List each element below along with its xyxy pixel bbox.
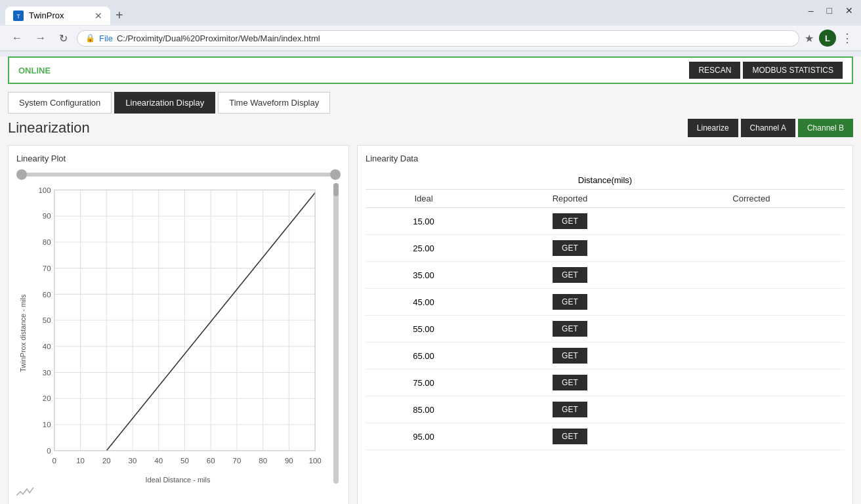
corrected-value-3 (658, 289, 845, 316)
col-ideal-header: Ideal (366, 190, 482, 208)
tab-favicon: T (13, 10, 24, 21)
table-row: 25.00 GET (366, 235, 845, 262)
reported-value-4: GET (482, 316, 658, 343)
tab-close-button[interactable]: ✕ (94, 10, 102, 21)
plot-panel: Linearity Plot TwinProx distance - mils (8, 145, 349, 504)
rescan-button[interactable]: RESCAN (689, 62, 740, 79)
get-button-5[interactable]: GET (553, 348, 587, 364)
corrected-value-4 (658, 316, 845, 343)
get-button-6[interactable]: GET (553, 375, 587, 390)
reported-value-1: GET (482, 235, 658, 262)
refresh-button[interactable]: ↻ (55, 31, 72, 46)
main-area: Linearization Linearize Channel A Channe… (0, 119, 861, 504)
maximize-button[interactable]: □ (827, 5, 832, 16)
x-axis-label: Ideal Distance - mils (27, 476, 329, 484)
svg-text:60: 60 (43, 291, 51, 299)
forward-button[interactable]: → (32, 31, 50, 45)
section-title: Linearization (8, 119, 90, 136)
browser-menu-button[interactable]: ⋮ (841, 31, 853, 45)
address-bar[interactable]: 🔒 File C:/Proximity/Dual%20Proximitor/We… (77, 30, 799, 47)
svg-text:30: 30 (43, 369, 51, 377)
section-header: Linearization Linearize Channel A Channe… (8, 119, 853, 137)
y-axis-label: TwinProx distance - mils (16, 183, 27, 484)
ideal-value-0: 15.00 (366, 208, 482, 235)
distance-label: Distance(mils) (366, 171, 845, 190)
two-column-layout: Linearity Plot TwinProx distance - mils (8, 145, 853, 504)
back-button[interactable]: ← (8, 31, 26, 45)
svg-text:0: 0 (52, 457, 56, 465)
tab-system-configuration[interactable]: System Configuration (8, 92, 112, 114)
svg-text:100: 100 (38, 186, 51, 194)
tab-title: TwinProx (29, 10, 89, 20)
ideal-value-2: 35.00 (366, 262, 482, 289)
get-button-4[interactable]: GET (553, 321, 587, 337)
reported-value-0: GET (482, 208, 658, 235)
table-row: 45.00 GET (366, 289, 845, 316)
svg-text:80: 80 (43, 238, 51, 246)
svg-text:100: 100 (308, 457, 321, 465)
horizontal-slider[interactable] (16, 169, 341, 180)
col-reported-header: Reported (482, 190, 658, 208)
table-row: 65.00 GET (366, 343, 845, 369)
page-content: ONLINE RESCAN MODBUS STATISTICS System C… (0, 56, 861, 504)
chart-area: 0 10 20 30 40 50 60 70 80 90 100 (27, 183, 329, 484)
tab-linearization-display[interactable]: Linearization Display (114, 92, 215, 114)
get-button-2[interactable]: GET (553, 267, 587, 283)
status-bar: ONLINE RESCAN MODBUS STATISTICS (8, 56, 853, 84)
linearity-plot-svg: 0 10 20 30 40 50 60 70 80 90 100 (27, 183, 329, 471)
svg-text:50: 50 (180, 457, 189, 465)
online-status: ONLINE (18, 66, 51, 75)
channel-b-button[interactable]: Channel B (798, 119, 853, 137)
ideal-value-4: 55.00 (366, 316, 482, 343)
table-row: 35.00 GET (366, 262, 845, 289)
plot-title: Linearity Plot (16, 154, 341, 163)
scrollbar-track[interactable] (333, 183, 339, 484)
get-button-3[interactable]: GET (553, 294, 587, 310)
corrected-value-5 (658, 343, 845, 369)
vertical-scrollbar[interactable] (331, 183, 341, 484)
get-button-8[interactable]: GET (553, 429, 587, 444)
slider-handle-left[interactable] (16, 169, 27, 180)
lock-icon: 🔒 (85, 33, 95, 43)
corrected-value-0 (658, 208, 845, 235)
table-row: 15.00 GET (366, 208, 845, 235)
tab-time-waveform-display[interactable]: Time Waveform Display (218, 92, 330, 114)
minimize-button[interactable]: – (808, 5, 814, 16)
svg-text:40: 40 (154, 457, 163, 465)
get-button-7[interactable]: GET (553, 402, 587, 417)
get-button-0[interactable]: GET (553, 213, 587, 229)
svg-text:30: 30 (129, 457, 137, 465)
linearity-data-table: Distance(mils) Ideal Reported Corrected … (366, 171, 845, 450)
ideal-value-1: 25.00 (366, 235, 482, 262)
reported-value-6: GET (482, 369, 658, 396)
svg-text:T: T (16, 13, 20, 20)
data-panel-title: Linearity Data (366, 154, 845, 163)
close-button[interactable]: ✕ (845, 5, 853, 16)
svg-text:20: 20 (43, 394, 51, 402)
scrollbar-thumb[interactable] (333, 183, 339, 196)
nav-tabs: System Configuration Linearization Displ… (0, 89, 861, 119)
browser-tab[interactable]: T TwinProx ✕ (5, 7, 110, 25)
channel-a-button[interactable]: Channel A (741, 119, 795, 137)
reported-value-5: GET (482, 343, 658, 369)
corrected-value-6 (658, 369, 845, 396)
svg-text:50: 50 (43, 316, 51, 324)
chart-with-scrollbar: TwinProx distance - mils (16, 183, 341, 484)
corrected-value-1 (658, 235, 845, 262)
reported-value-2: GET (482, 262, 658, 289)
svg-text:70: 70 (233, 457, 242, 465)
reported-value-3: GET (482, 289, 658, 316)
distance-header-row: Distance(mils) (366, 171, 845, 190)
svg-text:40: 40 (43, 343, 51, 350)
linearize-button[interactable]: Linearize (688, 119, 738, 137)
svg-text:10: 10 (76, 457, 85, 465)
get-button-1[interactable]: GET (553, 240, 587, 256)
new-tab-button[interactable]: + (110, 5, 129, 26)
slider-handle-right[interactable] (330, 169, 341, 180)
modbus-statistics-button[interactable]: MODBUS STATISTICS (743, 62, 843, 79)
corrected-value-7 (658, 396, 845, 423)
bookmark-button[interactable]: ★ (805, 32, 814, 45)
svg-text:90: 90 (285, 457, 293, 465)
svg-text:80: 80 (259, 457, 267, 465)
svg-text:10: 10 (43, 421, 51, 429)
